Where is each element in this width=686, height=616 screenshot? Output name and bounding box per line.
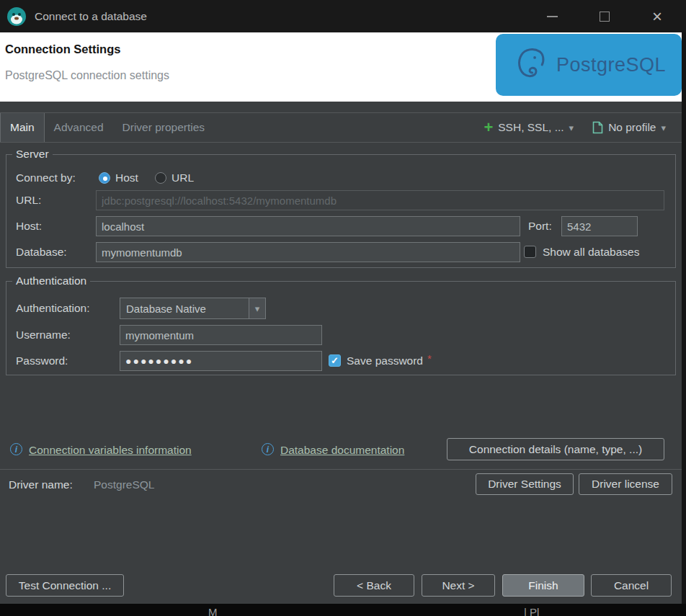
password-label: Password: <box>16 351 68 371</box>
database-label: Database: <box>16 242 67 262</box>
info-icon: i <box>10 443 22 455</box>
port-input[interactable] <box>561 216 638 236</box>
chevron-down-icon: ▾ <box>255 303 260 314</box>
titlebar: Connect to a database × <box>0 0 686 32</box>
cancel-button[interactable]: Cancel <box>591 574 672 597</box>
close-glyph: × <box>652 10 662 23</box>
username-label: Username: <box>16 325 71 345</box>
url-input <box>96 190 664 210</box>
back-button[interactable]: < Back <box>334 574 414 597</box>
connect-by-url-radio[interactable] <box>155 172 166 184</box>
authentication-selected-value: Database Native <box>120 303 249 315</box>
close-icon[interactable]: × <box>651 10 664 23</box>
clipped-text-fragment: M <box>208 606 218 616</box>
page-subtitle: PostgreSQL connection settings <box>5 69 169 82</box>
authentication-group: Authentication <box>6 274 676 375</box>
host-label: Host: <box>16 216 42 236</box>
driver-license-button[interactable]: Driver license <box>579 473 672 495</box>
maximize-icon[interactable] <box>598 10 611 23</box>
tab-main[interactable]: Main <box>0 113 45 142</box>
tab-driver-properties[interactable]: Driver properties <box>113 113 215 142</box>
minimize-icon[interactable] <box>545 10 558 23</box>
window-controls: × <box>545 10 686 23</box>
chevron-down-icon[interactable]: ▾ <box>661 122 666 133</box>
page-title: Connection Settings <box>5 43 120 56</box>
screen: Connect to a database × Connection Setti… <box>0 0 686 616</box>
test-connection-button[interactable]: Test Connection ... <box>6 574 124 597</box>
window-title: Connect to a database <box>35 10 147 23</box>
dialog-header: Connection Settings PostgreSQL connectio… <box>0 32 682 102</box>
plus-icon: + <box>484 120 493 135</box>
next-button[interactable]: Next > <box>422 574 495 597</box>
check-icon: ✓ <box>331 355 339 366</box>
authentication-label: Authentication: <box>16 298 90 318</box>
driver-name-label: Driver name: <box>9 474 73 494</box>
connect-dialog: Connection Settings PostgreSQL connectio… <box>0 32 682 604</box>
connect-by-host-radio[interactable] <box>99 172 110 184</box>
clipped-text-fragment: | Pl <box>524 606 539 616</box>
port-label: Port: <box>528 216 552 236</box>
host-input[interactable] <box>96 216 520 236</box>
driver-name-value: PostgreSQL <box>94 474 154 494</box>
maximize-glyph <box>600 12 610 22</box>
show-all-databases-label[interactable]: Show all databases <box>543 242 639 262</box>
window-edge <box>682 32 686 604</box>
url-label: URL: <box>16 190 41 210</box>
finish-button[interactable]: Finish <box>502 574 584 597</box>
postgresql-banner: PostgreSQL <box>496 34 682 96</box>
postgresql-wordmark: PostgreSQL <box>556 54 666 76</box>
ssh-ssl-dropdown[interactable]: SSH, SSL, ... <box>498 121 564 134</box>
profile-dropdown[interactable]: No profile <box>608 121 656 134</box>
save-password-text: Save password <box>347 354 423 367</box>
tab-advanced[interactable]: Advanced <box>45 113 113 142</box>
driver-settings-button[interactable]: Driver Settings <box>476 473 574 495</box>
tabbar-right-tools: + SSH, SSL, ... ▾ No profile ▾ <box>484 113 682 142</box>
info-glyph: i <box>267 445 269 455</box>
select-arrow-button[interactable]: ▾ <box>249 298 265 318</box>
dbeaver-app-icon <box>6 6 27 27</box>
postgresql-elephant-icon <box>512 45 551 84</box>
save-password-checkbox[interactable]: ✓ <box>329 354 341 367</box>
minimize-glyph <box>547 16 558 17</box>
connection-details-button[interactable]: Connection details (name, type, ...) <box>447 438 664 460</box>
background-window-strip: M | Pl <box>0 604 686 616</box>
required-marker: * <box>427 349 432 369</box>
info-icon: i <box>262 443 274 455</box>
connect-by-url-label[interactable]: URL <box>172 168 194 188</box>
chevron-down-icon[interactable]: ▾ <box>569 122 574 133</box>
connect-by-host-label[interactable]: Host <box>115 168 138 188</box>
info-glyph: i <box>15 445 17 455</box>
authentication-group-title: Authentication <box>12 274 90 287</box>
server-group-title: Server <box>12 148 53 161</box>
tab-bar: Main Advanced Driver properties + SSH, S… <box>0 112 682 143</box>
authentication-select[interactable]: Database Native ▾ <box>120 298 266 319</box>
connection-variables-link[interactable]: Connection variables information <box>29 439 192 461</box>
divider <box>0 469 682 470</box>
profile-file-icon <box>592 121 603 134</box>
database-documentation-link[interactable]: Database documentation <box>280 439 404 461</box>
connect-by-label: Connect by: <box>16 168 76 188</box>
database-input[interactable] <box>96 242 520 262</box>
save-password-label[interactable]: Save password* <box>347 351 423 371</box>
username-input[interactable] <box>120 325 322 345</box>
password-input[interactable] <box>120 351 322 371</box>
show-all-databases-checkbox[interactable] <box>524 246 536 258</box>
